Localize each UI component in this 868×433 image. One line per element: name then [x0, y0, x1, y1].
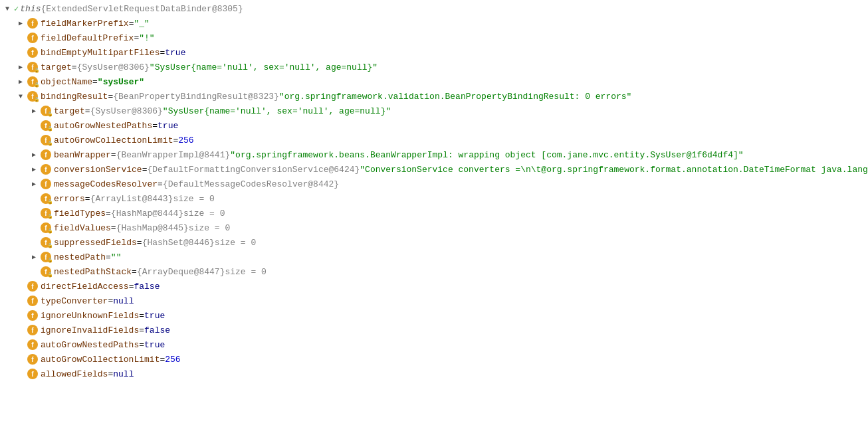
- list-item[interactable]: fautoGrowNestedPaths = true: [0, 337, 868, 352]
- field-name: allowedFields: [41, 369, 108, 379]
- field-name: autoGrowCollectionLimit: [41, 355, 160, 365]
- field-name: messageCodesResolver: [54, 179, 158, 189]
- equals-sign: =: [72, 62, 77, 72]
- field-name: directFieldAccess: [41, 282, 129, 292]
- field-name: target: [54, 106, 85, 116]
- field-name: nestedPathStack: [54, 267, 132, 277]
- equals-sign: =: [158, 179, 163, 189]
- list-item[interactable]: ✓this {ExtendedServletRequestDataBinder@…: [0, 1, 868, 16]
- list-item[interactable]: f🔒nestedPathStack = {ArrayDeque@8447} si…: [0, 264, 868, 279]
- list-item[interactable]: f🔒target = {SysUser@8306} "SysUser{name=…: [0, 104, 868, 118]
- number-value: 256: [178, 135, 193, 145]
- field-icon: f: [27, 281, 38, 292]
- list-item[interactable]: fbeanWrapper = {BeanWrapperImpl@8441} "o…: [0, 147, 868, 162]
- toggle-collapsed-icon[interactable]: [29, 106, 39, 116]
- string-value: "org.springframework.beans.BeanWrapperIm…: [230, 150, 743, 160]
- field-name: nestedPath: [54, 252, 106, 262]
- ref-value: {ExtendedServletRequestDataBinder@8305}: [41, 4, 243, 14]
- ref-value: {DefaultFormattingConversionService@6424…: [147, 165, 360, 175]
- field-icon: f: [27, 325, 38, 335]
- field-name: ignoreInvalidFields: [41, 325, 139, 335]
- list-item[interactable]: fdirectFieldAccess = false: [0, 279, 868, 294]
- equals-sign: =: [137, 238, 142, 248]
- list-item[interactable]: fmessageCodesResolver = {DefaultMessageC…: [0, 177, 868, 191]
- field-icon: f: [41, 164, 51, 175]
- equals-sign: =: [108, 92, 113, 102]
- ref-value: {ArrayList@8443}: [90, 194, 173, 204]
- number-value: 256: [165, 355, 180, 365]
- toggle-expanded-icon[interactable]: [3, 4, 12, 13]
- toggle-collapsed-icon[interactable]: [29, 150, 39, 159]
- equals-sign: =: [173, 135, 178, 145]
- field-icon: f🔒: [41, 193, 51, 204]
- toggle-collapsed-icon[interactable]: [29, 179, 39, 189]
- list-item[interactable]: fignoreInvalidFields = false: [0, 323, 868, 337]
- toggle-collapsed-icon[interactable]: [16, 77, 25, 86]
- list-item[interactable]: f🔒bindingResult = {BeanPropertyBindingRe…: [0, 89, 868, 104]
- ref-value: {HashSet@8446}: [142, 238, 215, 248]
- list-item[interactable]: f🔒target = {SysUser@8306} "SysUser{name=…: [0, 60, 868, 74]
- list-item[interactable]: f🔒nestedPath = "": [0, 250, 868, 264]
- list-item[interactable]: fbindEmptyMultipartFiles = true: [0, 45, 868, 60]
- equals-sign: =: [129, 282, 134, 292]
- field-name: bindEmptyMultipartFiles: [41, 48, 160, 58]
- toggle-collapsed-icon[interactable]: [29, 165, 39, 174]
- field-icon: f🔒: [27, 62, 38, 72]
- list-item[interactable]: f🔒autoGrowNestedPaths = true: [0, 118, 868, 133]
- list-item[interactable]: fignoreUnknownFields = true: [0, 308, 868, 323]
- list-item[interactable]: f🔒suppressedFields = {HashSet@8446} size…: [0, 235, 868, 250]
- equals-sign: =: [152, 121, 158, 131]
- field-icon: f: [27, 33, 38, 43]
- keyword-value: true: [144, 340, 165, 350]
- field-name: suppressedFields: [54, 238, 137, 248]
- gray-text: size = 0: [215, 238, 256, 248]
- ref-value: {BeanWrapperImpl@8441}: [116, 150, 231, 160]
- list-item[interactable]: ftypeConverter = null: [0, 294, 868, 308]
- equals-sign: =: [160, 355, 165, 365]
- list-item[interactable]: f🔒autoGrowCollectionLimit = 256: [0, 133, 868, 147]
- toggle-expanded-icon[interactable]: [16, 92, 25, 101]
- field-icon: f: [27, 310, 38, 321]
- field-name: fieldTypes: [54, 209, 106, 218]
- field-name: fieldMarkerPrefix: [41, 19, 129, 29]
- string-value: "org.springframework.validation.BeanProp…: [279, 92, 632, 102]
- field-name: target: [41, 62, 72, 72]
- gray-text: size = 0: [189, 223, 230, 233]
- field-name: bindingResult: [41, 92, 108, 102]
- equals-sign: =: [139, 325, 144, 335]
- field-icon: f🔒: [41, 120, 51, 131]
- ref-value: {HashMap@8444}: [111, 209, 183, 218]
- list-item[interactable]: ffieldDefaultPrefix = "!": [0, 31, 868, 45]
- field-icon: f: [27, 354, 38, 365]
- this-label: this: [20, 4, 41, 14]
- list-item[interactable]: ffieldMarkerPrefix = "_": [0, 16, 868, 31]
- field-name: ignoreUnknownFields: [41, 311, 139, 321]
- field-name: fieldValues: [54, 223, 111, 233]
- string-value: "ConversionService converters =\n\t@org.…: [360, 165, 868, 175]
- gray-text: size = 0: [225, 267, 266, 277]
- keyword-value: false: [134, 282, 160, 292]
- field-name: errors: [54, 194, 85, 204]
- keyword-value: false: [144, 325, 170, 335]
- equals-sign: =: [139, 311, 144, 321]
- field-name: fieldDefaultPrefix: [41, 33, 134, 43]
- list-item[interactable]: f🔒fieldTypes = {HashMap@8444} size = 0: [0, 206, 868, 220]
- list-item[interactable]: f🔒errors = {ArrayList@8443} size = 0: [0, 191, 868, 206]
- field-icon: f🔒: [27, 76, 38, 87]
- list-item[interactable]: fautoGrowCollectionLimit = 256: [0, 352, 868, 367]
- equals-sign: =: [160, 48, 165, 58]
- field-icon: f🔒: [41, 237, 51, 248]
- equals-sign: =: [142, 165, 148, 175]
- ref-value: {SysUser@8306}: [77, 62, 150, 72]
- equals-sign: =: [108, 296, 113, 306]
- field-icon: f: [27, 296, 38, 306]
- toggle-collapsed-icon[interactable]: [16, 19, 25, 28]
- list-item[interactable]: fconversionService = {DefaultFormattingC…: [0, 162, 868, 177]
- toggle-collapsed-icon[interactable]: [16, 62, 25, 72]
- equals-sign: =: [106, 209, 111, 218]
- list-item[interactable]: fallowedFields = null: [0, 367, 868, 381]
- list-item[interactable]: f🔒fieldValues = {HashMap@8445} size = 0: [0, 220, 868, 235]
- keyword-value: null: [113, 296, 134, 306]
- toggle-collapsed-icon[interactable]: [29, 252, 39, 262]
- list-item[interactable]: f🔒objectName = "sysUser": [0, 74, 868, 89]
